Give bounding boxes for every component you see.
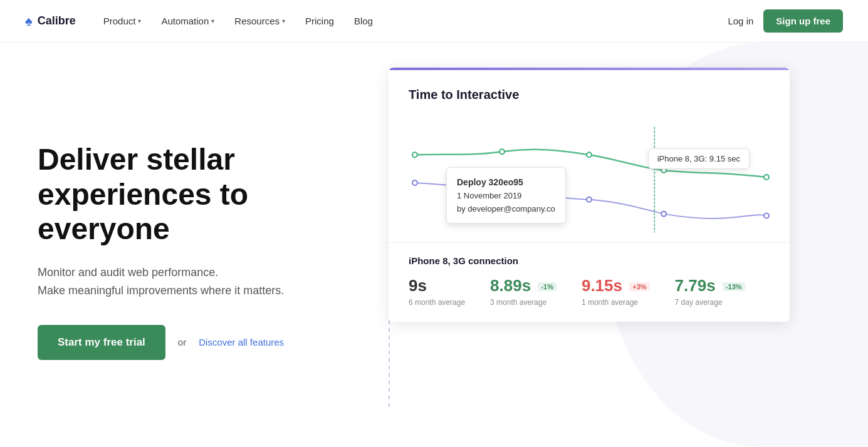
deploy-label: Deploy 320eo95 xyxy=(457,177,523,187)
stat-3month-label: 3 month average xyxy=(490,298,557,307)
chart-stats-row: 9s 6 month average 8.89s -1% 3 month ave… xyxy=(409,276,770,307)
logo-text: Calibre xyxy=(38,14,76,28)
hero-right: Time to Interactive xyxy=(389,43,868,447)
navbar: ♠ Calibre Product ▾ Automation ▾ Resourc… xyxy=(0,0,868,43)
chart-title: Time to Interactive xyxy=(409,88,770,102)
nav-item-product[interactable]: Product ▾ xyxy=(96,11,149,31)
nav-item-blog[interactable]: Blog xyxy=(347,11,380,31)
stat-1month-value: 9.15s +3% xyxy=(582,276,650,295)
nav-item-resources[interactable]: Resources ▾ xyxy=(227,11,293,31)
hero-subtitle: Monitor and audit web performance. Make … xyxy=(38,264,363,300)
hero-left: Deliver stellar experiences to everyone … xyxy=(0,43,389,447)
chart-stats-title: iPhone 8, 3G connection xyxy=(409,255,770,266)
cta-row: Start my free trial or Discover all feat… xyxy=(38,325,363,360)
chevron-down-icon: ▾ xyxy=(211,18,214,24)
svg-point-7 xyxy=(661,212,666,217)
svg-point-4 xyxy=(764,175,769,180)
deploy-by: by developer@company.co xyxy=(457,204,555,213)
stat-3month-value: 8.89s -1% xyxy=(490,276,557,295)
iphone-tooltip: iPhone 8, 3G: 9.15 sec xyxy=(648,148,750,169)
chart-area: Deploy 320eo95 1 November 2019 by develo… xyxy=(409,117,770,242)
nav-left: ♠ Calibre Product ▾ Automation ▾ Resourc… xyxy=(25,11,380,31)
main-content: Deliver stellar experiences to everyone … xyxy=(0,43,868,447)
iphone-tooltip-text: iPhone 8, 3G: 9.15 sec xyxy=(657,154,740,163)
stat-7day-value: 7.79s -13% xyxy=(675,276,745,295)
logo[interactable]: ♠ Calibre xyxy=(25,13,76,29)
stat-6month: 9s 6 month average xyxy=(409,276,465,307)
logo-icon: ♠ xyxy=(25,13,33,29)
chart-card: Time to Interactive xyxy=(389,68,790,322)
stat-3month-badge: -1% xyxy=(538,282,557,291)
login-button[interactable]: Log in xyxy=(728,16,753,26)
nav-item-pricing[interactable]: Pricing xyxy=(298,11,342,31)
stat-6month-value: 9s xyxy=(409,276,465,295)
signup-button[interactable]: Sign up free xyxy=(763,9,843,33)
stat-3month: 8.89s -1% 3 month average xyxy=(490,276,557,307)
chevron-down-icon: ▾ xyxy=(138,18,141,24)
deploy-date: 1 November 2019 xyxy=(457,191,521,200)
deploy-tooltip: Deploy 320eo95 1 November 2019 by develo… xyxy=(446,167,566,224)
free-trial-button[interactable]: Start my free trial xyxy=(38,325,165,360)
stat-7day-label: 7 day average xyxy=(675,298,745,307)
or-text: or xyxy=(178,337,186,347)
stat-7day-badge: -13% xyxy=(723,282,745,291)
discover-features-link[interactable]: Discover all features xyxy=(199,337,284,347)
nav-item-automation[interactable]: Automation ▾ xyxy=(154,11,222,31)
subtitle-line1: Monitor and audit web performance. xyxy=(38,266,218,279)
svg-point-5 xyxy=(412,180,417,185)
svg-point-6 xyxy=(587,197,592,202)
hero-title: Deliver stellar experiences to everyone xyxy=(38,142,363,246)
nav-right: Log in Sign up free xyxy=(728,9,843,33)
stat-1month: 9.15s +3% 1 month average xyxy=(582,276,650,307)
svg-point-0 xyxy=(412,152,417,157)
chart-card-inner: Time to Interactive xyxy=(389,70,790,242)
svg-point-2 xyxy=(587,152,592,157)
svg-point-1 xyxy=(499,149,505,154)
stat-6month-label: 6 month average xyxy=(409,298,465,307)
nav-items: Product ▾ Automation ▾ Resources ▾ Prici… xyxy=(96,11,380,31)
stat-7day: 7.79s -13% 7 day average xyxy=(675,276,745,307)
chart-stats-section: iPhone 8, 3G connection 9s 6 month avera… xyxy=(389,242,790,322)
svg-point-8 xyxy=(764,213,769,218)
stat-1month-label: 1 month average xyxy=(582,298,650,307)
stat-1month-badge: +3% xyxy=(629,282,649,291)
subtitle-line2: Make meaningful improvements where it ma… xyxy=(38,284,284,297)
chevron-down-icon: ▾ xyxy=(282,18,285,24)
